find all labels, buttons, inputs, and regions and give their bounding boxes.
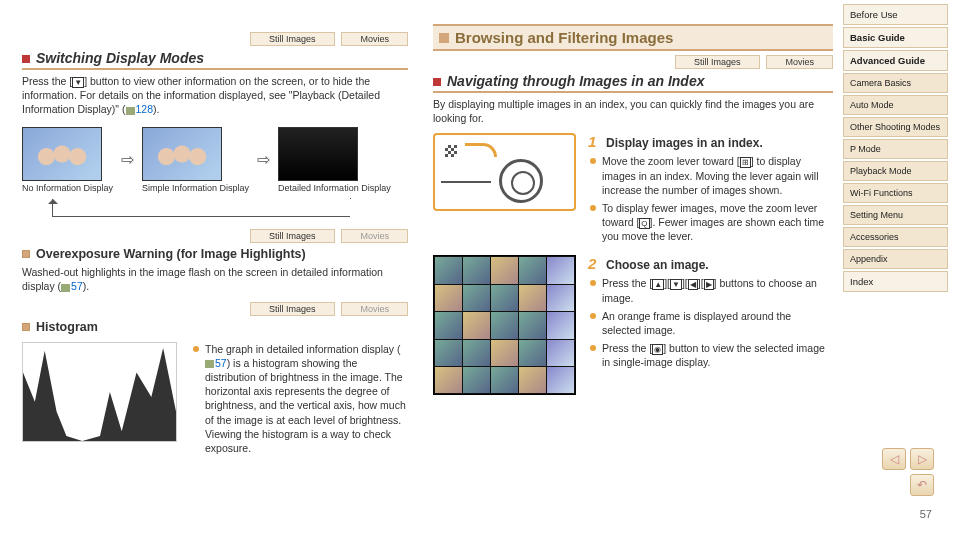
page-nav-buttons: ◁ ▷ ↶ bbox=[876, 448, 934, 496]
heading-text: Histogram bbox=[36, 320, 98, 334]
sidebar-item-basic-guide[interactable]: Basic Guide bbox=[843, 27, 948, 48]
heading-marker-icon bbox=[22, 323, 30, 331]
tag-row: Still Images Movies bbox=[22, 229, 408, 243]
down-icon: ▼ bbox=[670, 279, 682, 290]
step-number: 1 bbox=[588, 133, 602, 150]
grid-icon: ⊞ bbox=[740, 157, 751, 168]
heading-histogram: Histogram bbox=[22, 320, 408, 334]
step1-bullet1: Move the zoom lever toward [⊞] to displa… bbox=[602, 154, 833, 197]
display-modes-row: No Information Display ⇨ Simple Informat… bbox=[22, 127, 408, 194]
page-ref-57[interactable]: 57 bbox=[71, 280, 83, 292]
over-body: Washed-out highlights in the image flash… bbox=[22, 265, 408, 293]
next-page-button[interactable]: ▷ bbox=[910, 448, 934, 470]
tag-row: Still Images Movies bbox=[433, 55, 833, 69]
step-2: 2Choose an image. Press the [▲][▼][◀][▶]… bbox=[588, 255, 833, 395]
heading-marker-icon bbox=[22, 250, 30, 258]
func-icon: ◉ bbox=[652, 344, 663, 355]
heading-text: Switching Display Modes bbox=[36, 50, 204, 66]
nav-body: By displaying multiple images in an inde… bbox=[433, 97, 833, 125]
hist-bullets: The graph in detailed information displa… bbox=[191, 342, 408, 459]
step1-bullet2: To display fewer images, move the zoom l… bbox=[602, 201, 833, 244]
heading-marker-icon bbox=[433, 78, 441, 86]
arrow-icon: ⇨ bbox=[121, 150, 134, 169]
return-button[interactable]: ↶ bbox=[910, 474, 934, 496]
caption-1: No Information Display bbox=[22, 183, 113, 194]
sidebar-item-setting-menu[interactable]: Setting Menu bbox=[843, 205, 948, 225]
tag-movies: Movies bbox=[341, 229, 408, 243]
sidebar-item-appendix[interactable]: Appendix bbox=[843, 249, 948, 269]
tag-still: Still Images bbox=[250, 302, 335, 316]
heading-navigating: Navigating through Images in an Index bbox=[433, 71, 833, 93]
caption-2: Simple Information Display bbox=[142, 183, 249, 194]
sidebar-item-auto-mode[interactable]: Auto Mode bbox=[843, 95, 948, 115]
sidebar-item-accessories[interactable]: Accessories bbox=[843, 227, 948, 247]
sidebar-item-wifi[interactable]: Wi-Fi Functions bbox=[843, 183, 948, 203]
book-icon bbox=[126, 107, 135, 115]
step2-bullet3: Press the [◉] button to view the selecte… bbox=[602, 341, 833, 369]
sidebar-item-p-mode[interactable]: P Mode bbox=[843, 139, 948, 159]
loop-arrow-icon bbox=[52, 199, 350, 217]
step2-bullet1: Press the [▲][▼][◀][▶] buttons to choose… bbox=[602, 276, 833, 304]
histogram-graphic bbox=[22, 342, 177, 442]
arrow-icon: ⇨ bbox=[257, 150, 270, 169]
sidebar-nav: Before Use Basic Guide Advanced Guide Ca… bbox=[843, 0, 948, 478]
tag-movies: Movies bbox=[341, 302, 408, 316]
step-title: Display images in an index. bbox=[606, 136, 763, 150]
right-column: Browsing and Filtering Images Still Imag… bbox=[423, 0, 843, 478]
heading-text: Navigating through Images in an Index bbox=[447, 73, 704, 89]
heading-text: Browsing and Filtering Images bbox=[455, 29, 673, 46]
magnify-icon: Q bbox=[639, 218, 649, 229]
book-icon bbox=[205, 360, 214, 368]
tag-row: Still Images Movies bbox=[22, 32, 408, 46]
tag-movies: Movies bbox=[341, 32, 408, 46]
thumb-simple bbox=[142, 127, 222, 181]
camera-dial-illustration bbox=[433, 133, 576, 211]
sidebar-item-other-shooting[interactable]: Other Shooting Modes bbox=[843, 117, 948, 137]
page-ref-57[interactable]: 57 bbox=[215, 357, 227, 369]
tag-still: Still Images bbox=[250, 229, 335, 243]
tag-row: Still Images Movies bbox=[22, 302, 408, 316]
heading-marker-icon bbox=[439, 33, 449, 43]
up-icon: ▲ bbox=[652, 279, 664, 290]
heading-browsing: Browsing and Filtering Images bbox=[433, 24, 833, 51]
left-column: Still Images Movies Switching Display Mo… bbox=[0, 0, 423, 478]
prev-page-button[interactable]: ◁ bbox=[882, 448, 906, 470]
book-icon bbox=[61, 284, 70, 292]
sidebar-item-index[interactable]: Index bbox=[843, 271, 948, 292]
tag-movies: Movies bbox=[766, 55, 833, 69]
hist-body: The graph in detailed information displa… bbox=[205, 342, 408, 455]
sidebar-item-before-use[interactable]: Before Use bbox=[843, 4, 948, 25]
heading-text: Overexposure Warning (for Image Highligh… bbox=[36, 247, 306, 261]
step-1: 1Display images in an index. Move the zo… bbox=[588, 133, 833, 247]
heading-overexposure: Overexposure Warning (for Image Highligh… bbox=[22, 247, 408, 261]
step-number: 2 bbox=[588, 255, 602, 272]
heading-switching-display: Switching Display Modes bbox=[22, 48, 408, 70]
step2-bullet2: An orange frame is displayed around the … bbox=[602, 309, 833, 337]
svg-marker-0 bbox=[23, 348, 176, 441]
sidebar-item-camera-basics[interactable]: Camera Basics bbox=[843, 73, 948, 93]
switch-body: Press the [▼] button to view other infor… bbox=[22, 74, 408, 117]
step-title: Choose an image. bbox=[606, 258, 709, 272]
thumb-detailed bbox=[278, 127, 358, 181]
sidebar-item-playback-mode[interactable]: Playback Mode bbox=[843, 161, 948, 181]
tag-still: Still Images bbox=[675, 55, 760, 69]
heading-marker-icon bbox=[22, 55, 30, 63]
sidebar-item-advanced-guide[interactable]: Advanced Guide bbox=[843, 50, 948, 71]
index-grid-illustration bbox=[433, 255, 576, 395]
left-icon: ◀ bbox=[688, 279, 698, 290]
thumb-no-info bbox=[22, 127, 102, 181]
page-ref-128[interactable]: 128 bbox=[136, 103, 154, 115]
down-icon: ▼ bbox=[72, 77, 84, 88]
caption-3: Detailed Information Display bbox=[278, 183, 391, 194]
page-number: 57 bbox=[920, 508, 932, 520]
right-icon: ▶ bbox=[704, 279, 714, 290]
tag-still: Still Images bbox=[250, 32, 335, 46]
